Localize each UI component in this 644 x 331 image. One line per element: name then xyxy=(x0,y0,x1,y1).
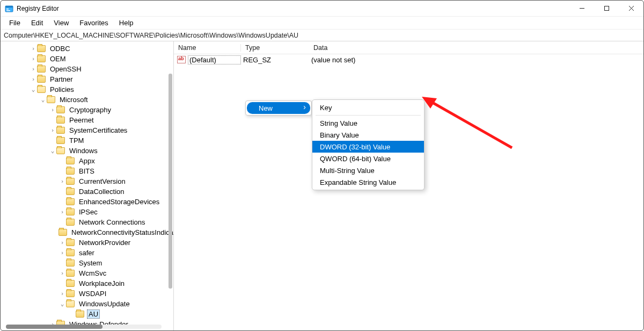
tree-node-au[interactable]: AU xyxy=(1,309,173,319)
expand-icon[interactable]: › xyxy=(58,208,66,215)
tree-horizontal-scrollbar-thumb[interactable] xyxy=(6,325,103,329)
tree-node-policies[interactable]: ⌄Policies xyxy=(1,84,173,95)
context-menu-parent: New xyxy=(245,100,312,116)
folder-icon xyxy=(66,188,75,195)
tree-pane: ›ODBC›OEM›OpenSSH›Partner⌄Policies⌄Micro… xyxy=(1,41,174,330)
tree-node-label: Peernet xyxy=(68,116,96,125)
tree-node-label: safer xyxy=(77,248,96,257)
folder-icon xyxy=(37,55,46,62)
tree-node-systemcertificates[interactable]: ›SystemCertificates xyxy=(1,125,173,135)
svg-rect-2 xyxy=(6,9,9,10)
expand-icon[interactable]: › xyxy=(30,76,37,83)
tree-node-microsoft[interactable]: ⌄Microsoft xyxy=(1,95,173,105)
regedit-icon xyxy=(5,4,13,13)
expand-icon[interactable]: › xyxy=(58,239,66,246)
tree-node-partner[interactable]: ›Partner xyxy=(1,74,173,84)
tree-node-datacollection[interactable]: DataCollection xyxy=(1,186,173,197)
address-path: Computer\HKEY_LOCAL_MACHINE\SOFTWARE\Pol… xyxy=(4,32,298,39)
tree-node-wcmsvc[interactable]: ›WcmSvc xyxy=(1,268,173,278)
context-menu-item-multi-string-value[interactable]: Multi-String Value xyxy=(312,164,424,176)
tree-node-ipsec[interactable]: ›IPSec xyxy=(1,207,173,217)
context-menu-item-binary-value[interactable]: Binary Value xyxy=(312,129,424,141)
tree-node-label: NetworkConnectivityStatusIndicator xyxy=(70,228,173,237)
annotation-arrow xyxy=(421,95,635,160)
folder-icon xyxy=(66,239,75,246)
tree-node-windows[interactable]: ⌄Windows xyxy=(1,146,173,156)
menu-favorites[interactable]: Favorites xyxy=(74,17,113,28)
tree-node-appx[interactable]: Appx xyxy=(1,156,173,166)
folder-icon xyxy=(37,45,46,52)
tree-node-label: System xyxy=(77,258,104,268)
expand-icon[interactable]: ⌄ xyxy=(49,147,56,154)
menu-file[interactable]: File xyxy=(4,17,26,28)
tree-node-windowsupdate[interactable]: ⌄WindowsUpdate xyxy=(1,299,173,309)
expand-icon[interactable]: › xyxy=(58,249,66,256)
folder-icon xyxy=(66,300,75,307)
tree-node-network-connections[interactable]: Network Connections xyxy=(1,217,173,227)
value-data: (value not set) xyxy=(309,56,643,64)
folder-icon xyxy=(66,157,75,164)
tree-node-tpm[interactable]: TPM xyxy=(1,135,173,146)
tree-node-label: CurrentVersion xyxy=(77,177,127,186)
tree-node-cryptography[interactable]: ›Cryptography xyxy=(1,105,173,115)
tree-node-label: Windows xyxy=(68,146,99,155)
tree-node-peernet[interactable]: Peernet xyxy=(1,115,173,125)
tree-node-label: ODBC xyxy=(48,44,72,53)
context-menu-item-expandable-string-value[interactable]: Expandable String Value xyxy=(312,176,424,188)
tree-node-wsdapi[interactable]: ›WSDAPI xyxy=(1,289,173,299)
tree-node-oem[interactable]: ›OEM xyxy=(1,54,173,64)
minimize-button[interactable] xyxy=(569,1,594,17)
tree-node-label: BITS xyxy=(77,167,96,176)
list-row[interactable]: (Default) REG_SZ (value not set) xyxy=(174,54,643,65)
address-bar[interactable]: Computer\HKEY_LOCAL_MACHINE\SOFTWARE\Pol… xyxy=(1,30,643,41)
tree-horizontal-scrollbar[interactable] xyxy=(6,325,162,329)
tree-vertical-scrollbar[interactable] xyxy=(169,74,172,289)
column-header-data[interactable]: Data xyxy=(309,44,643,52)
expand-icon[interactable]: › xyxy=(30,45,37,52)
tree-node-label: DataCollection xyxy=(77,187,126,196)
tree-node-safer[interactable]: ›safer xyxy=(1,248,173,258)
tree-node-networkconnectivitystatusindicator[interactable]: NetworkConnectivityStatusIndicator xyxy=(1,227,173,238)
tree-node-bits[interactable]: BITS xyxy=(1,166,173,176)
column-header-type[interactable]: Type xyxy=(241,44,309,52)
expand-icon[interactable]: ⌄ xyxy=(58,300,66,307)
menu-view[interactable]: View xyxy=(48,17,74,28)
context-menu-item-key[interactable]: Key xyxy=(312,102,424,113)
tree-node-odbc[interactable]: ›ODBC xyxy=(1,44,173,54)
tree-node-workplacejoin[interactable]: WorkplaceJoin xyxy=(1,278,173,289)
context-menu-new[interactable]: New xyxy=(247,102,310,114)
expand-icon[interactable]: › xyxy=(49,106,56,113)
expand-icon[interactable]: ⌄ xyxy=(30,86,37,93)
folder-icon xyxy=(66,208,75,215)
menu-help[interactable]: Help xyxy=(114,17,139,28)
tree-node-openssh[interactable]: ›OpenSSH xyxy=(1,64,173,74)
menubar: File Edit View Favorites Help xyxy=(1,17,643,30)
folder-icon xyxy=(66,270,75,277)
window-controls xyxy=(569,1,643,17)
context-menu-item-label: Binary Value xyxy=(320,131,359,139)
tree-node-enhancedstoragedevices[interactable]: EnhancedStorageDevices xyxy=(1,197,173,207)
tree-node-label: WindowsUpdate xyxy=(77,299,131,308)
context-menu-item-string-value[interactable]: String Value xyxy=(312,117,424,129)
tree-node-currentversion[interactable]: ›CurrentVersion xyxy=(1,176,173,186)
context-menu-item-label: Key xyxy=(320,104,332,112)
context-menu-item-dword-32-bit-value[interactable]: DWORD (32-bit) Value xyxy=(312,141,424,153)
tree-scroll[interactable]: ›ODBC›OEM›OpenSSH›Partner⌄Policies⌄Micro… xyxy=(1,41,173,330)
close-button[interactable] xyxy=(619,1,643,17)
tree-node-networkprovider[interactable]: ›NetworkProvider xyxy=(1,238,173,248)
column-header-name[interactable]: Name xyxy=(174,44,241,52)
context-menu-item-label: Multi-String Value xyxy=(320,167,375,175)
expand-icon[interactable]: › xyxy=(58,270,66,277)
menu-edit[interactable]: Edit xyxy=(26,17,48,28)
folder-icon xyxy=(66,178,75,185)
tree-node-label: NetworkProvider xyxy=(77,238,132,247)
tree-node-system[interactable]: System xyxy=(1,258,173,268)
expand-icon[interactable]: › xyxy=(58,290,66,297)
context-menu-item-qword-64-bit-value[interactable]: QWORD (64-bit) Value xyxy=(312,153,424,164)
expand-icon[interactable]: › xyxy=(30,66,37,73)
expand-icon[interactable]: ⌄ xyxy=(39,96,47,103)
expand-icon[interactable]: › xyxy=(49,127,56,134)
expand-icon[interactable]: › xyxy=(58,178,66,185)
expand-icon[interactable]: › xyxy=(30,55,37,62)
maximize-button[interactable] xyxy=(594,1,619,17)
